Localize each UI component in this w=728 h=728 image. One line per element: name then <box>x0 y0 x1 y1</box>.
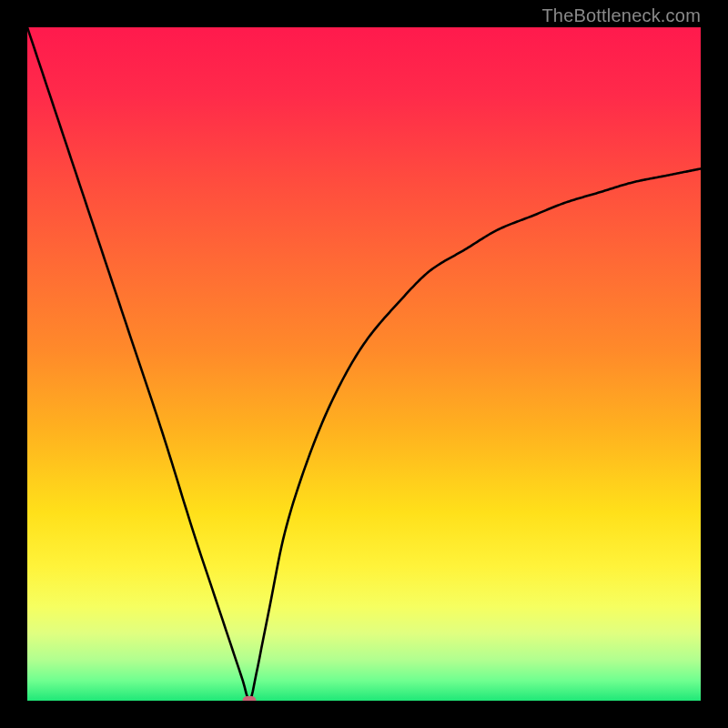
bottleneck-curve <box>27 27 701 701</box>
curve-layer <box>27 27 701 701</box>
plot-area <box>27 27 701 701</box>
chart-frame: TheBottleneck.com <box>0 0 728 728</box>
optimum-marker <box>243 696 257 701</box>
watermark-label: TheBottleneck.com <box>541 5 701 26</box>
